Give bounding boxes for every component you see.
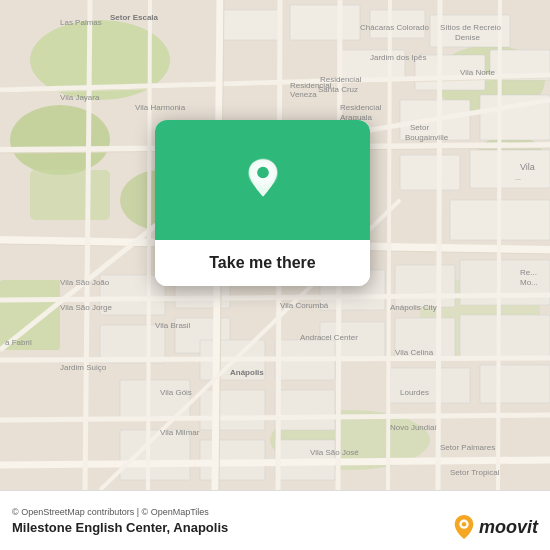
svg-rect-20 bbox=[470, 150, 550, 188]
svg-text:Veneza: Veneza bbox=[290, 90, 317, 99]
destination-card: Take me there bbox=[155, 120, 370, 286]
svg-text:Chácaras Colorado: Chácaras Colorado bbox=[360, 23, 429, 32]
svg-text:Mo...: Mo... bbox=[520, 278, 538, 287]
svg-text:Vila São José: Vila São José bbox=[310, 448, 359, 457]
svg-text:Vila Norte: Vila Norte bbox=[460, 68, 496, 77]
svg-text:Vila São Jorge: Vila São Jorge bbox=[60, 303, 112, 312]
svg-text:Setor: Setor bbox=[410, 123, 429, 132]
svg-text:Vila Corumbá: Vila Corumbá bbox=[280, 301, 329, 310]
moovit-pin-icon bbox=[453, 514, 475, 540]
svg-text:Vila Milmar: Vila Milmar bbox=[160, 428, 200, 437]
svg-text:Vila Jayara: Vila Jayara bbox=[60, 93, 100, 102]
svg-line-60 bbox=[498, 0, 500, 490]
svg-line-58 bbox=[388, 0, 390, 490]
svg-line-49 bbox=[0, 358, 550, 360]
svg-text:Anápolis City: Anápolis City bbox=[390, 303, 437, 312]
svg-text:Vila Celina: Vila Celina bbox=[395, 348, 434, 357]
svg-text:Bougainville: Bougainville bbox=[405, 133, 449, 142]
svg-text:Vila Brasil: Vila Brasil bbox=[155, 321, 191, 330]
svg-rect-10 bbox=[220, 10, 280, 40]
svg-text:a Fabril: a Fabril bbox=[5, 338, 32, 347]
svg-text:Andracel Center: Andracel Center bbox=[300, 333, 358, 342]
svg-text:Residencial: Residencial bbox=[340, 103, 382, 112]
svg-rect-19 bbox=[400, 155, 460, 190]
svg-text:Residencial: Residencial bbox=[320, 75, 362, 84]
svg-text:Vila: Vila bbox=[520, 162, 535, 172]
svg-line-53 bbox=[148, 0, 150, 490]
svg-rect-36 bbox=[200, 390, 265, 430]
svg-text:Sítios de Recreio: Sítios de Recreio bbox=[440, 23, 501, 32]
svg-text:Lourdes: Lourdes bbox=[400, 388, 429, 397]
svg-text:Setor Escala: Setor Escala bbox=[110, 13, 159, 22]
moovit-logo: moovit bbox=[453, 514, 538, 540]
svg-rect-11 bbox=[290, 5, 360, 40]
svg-text:Setor Tropical: Setor Tropical bbox=[450, 468, 500, 477]
svg-line-59 bbox=[438, 0, 440, 490]
svg-rect-23 bbox=[395, 265, 455, 307]
svg-point-2 bbox=[10, 105, 110, 175]
svg-text:Denise: Denise bbox=[455, 33, 480, 42]
svg-rect-37 bbox=[275, 390, 335, 430]
svg-text:Las Palmas: Las Palmas bbox=[60, 18, 102, 27]
svg-text:Anápolis: Anápolis bbox=[230, 368, 264, 377]
place-name: Milestone English Center, Anapolis bbox=[12, 520, 228, 535]
svg-text:Novo Jundiaí: Novo Jundiaí bbox=[390, 423, 437, 432]
take-me-there-button[interactable]: Take me there bbox=[155, 240, 370, 286]
location-pin-icon bbox=[238, 155, 288, 205]
bottom-bar: © OpenStreetMap contributors | © OpenMap… bbox=[0, 490, 550, 550]
svg-text:Setor Palmares: Setor Palmares bbox=[440, 443, 495, 452]
svg-rect-29 bbox=[480, 365, 550, 403]
svg-rect-28 bbox=[390, 368, 470, 403]
svg-text:Vila Góis: Vila Góis bbox=[160, 388, 192, 397]
map-area[interactable]: Residencial Veneza Chácaras Colorado Jar… bbox=[0, 0, 550, 490]
svg-text:...: ... bbox=[515, 174, 521, 181]
svg-text:Jardim Suiço: Jardim Suiço bbox=[60, 363, 107, 372]
svg-text:Vila São João: Vila São João bbox=[60, 278, 110, 287]
svg-text:Santa Cruz: Santa Cruz bbox=[318, 85, 358, 94]
svg-point-107 bbox=[462, 522, 467, 527]
svg-text:Vila Harmonia: Vila Harmonia bbox=[135, 103, 186, 112]
svg-text:Jardim dos Ipês: Jardim dos Ipês bbox=[370, 53, 426, 62]
moovit-text: moovit bbox=[479, 517, 538, 538]
svg-point-105 bbox=[257, 167, 269, 179]
svg-rect-27 bbox=[460, 315, 550, 357]
card-header bbox=[155, 120, 370, 240]
svg-rect-3 bbox=[30, 170, 110, 220]
svg-line-51 bbox=[0, 460, 550, 465]
svg-text:Re...: Re... bbox=[520, 268, 537, 277]
